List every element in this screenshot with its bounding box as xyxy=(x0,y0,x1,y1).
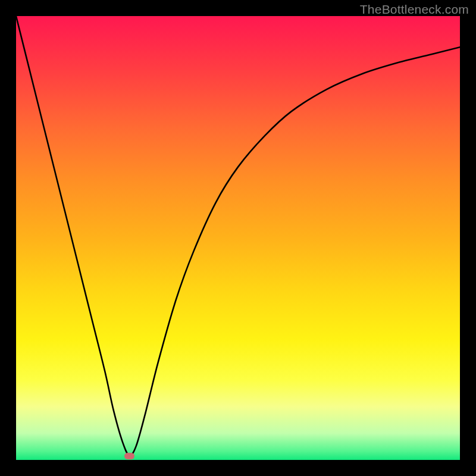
bottleneck-curve xyxy=(16,16,460,460)
watermark-text: TheBottleneck.com xyxy=(360,2,469,17)
optimal-point-marker xyxy=(124,453,134,459)
chart-plot-area xyxy=(16,16,460,460)
